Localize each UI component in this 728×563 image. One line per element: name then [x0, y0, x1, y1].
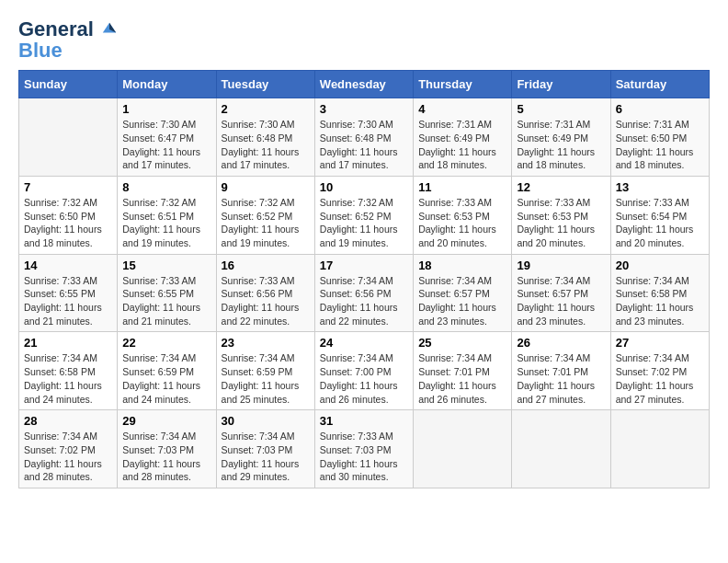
- day-number: 8: [122, 180, 210, 194]
- day-number: 12: [517, 180, 605, 194]
- day-number: 13: [616, 180, 704, 194]
- day-number: 30: [222, 414, 310, 428]
- logo-text: General: [18, 18, 118, 40]
- day-number: 4: [418, 102, 506, 116]
- day-info: Sunrise: 7:34 AMSunset: 7:03 PMDaylight:…: [222, 430, 310, 484]
- day-info: Sunrise: 7:33 AMSunset: 6:56 PMDaylight:…: [222, 274, 310, 328]
- day-cell: 5 Sunrise: 7:31 AMSunset: 6:49 PMDayligh…: [512, 98, 610, 177]
- logo: General Blue: [18, 18, 118, 61]
- day-cell: 29 Sunrise: 7:34 AMSunset: 7:03 PMDaylig…: [118, 410, 216, 488]
- day-info: Sunrise: 7:34 AMSunset: 6:58 PMDaylight:…: [616, 274, 704, 328]
- day-cell: 23 Sunrise: 7:34 AMSunset: 6:59 PMDaylig…: [216, 332, 314, 410]
- weekday-wednesday: Wednesday: [314, 71, 413, 98]
- day-number: 18: [418, 259, 506, 272]
- day-cell: [610, 410, 709, 488]
- day-number: 31: [320, 414, 408, 428]
- day-info: Sunrise: 7:31 AMSunset: 6:50 PMDaylight:…: [616, 118, 704, 172]
- day-cell: 25 Sunrise: 7:34 AMSunset: 7:01 PMDaylig…: [414, 332, 512, 410]
- day-info: Sunrise: 7:33 AMSunset: 7:03 PMDaylight:…: [320, 430, 408, 484]
- day-number: 7: [24, 180, 112, 194]
- day-info: Sunrise: 7:34 AMSunset: 6:57 PMDaylight:…: [517, 274, 605, 328]
- day-number: 15: [122, 259, 210, 272]
- week-row-5: 28 Sunrise: 7:34 AMSunset: 7:02 PMDaylig…: [19, 410, 710, 488]
- day-cell: [19, 98, 118, 177]
- calendar-body: 1 Sunrise: 7:30 AMSunset: 6:47 PMDayligh…: [19, 98, 710, 488]
- day-number: 17: [320, 259, 408, 272]
- day-info: Sunrise: 7:34 AMSunset: 6:57 PMDaylight:…: [418, 274, 506, 328]
- week-row-3: 14 Sunrise: 7:33 AMSunset: 6:55 PMDaylig…: [19, 254, 710, 332]
- weekday-thursday: Thursday: [414, 71, 512, 98]
- day-info: Sunrise: 7:34 AMSunset: 7:01 PMDaylight:…: [418, 351, 506, 406]
- day-info: Sunrise: 7:31 AMSunset: 6:49 PMDaylight:…: [418, 118, 506, 172]
- day-number: 3: [320, 102, 408, 116]
- day-number: 16: [222, 259, 310, 272]
- page-header: General Blue: [18, 18, 710, 61]
- weekday-sunday: Sunday: [19, 71, 118, 98]
- calendar-table: SundayMondayTuesdayWednesdayThursdayFrid…: [18, 70, 710, 488]
- day-cell: 24 Sunrise: 7:34 AMSunset: 7:00 PMDaylig…: [314, 332, 413, 410]
- day-cell: 6 Sunrise: 7:31 AMSunset: 6:50 PMDayligh…: [610, 98, 709, 177]
- day-info: Sunrise: 7:34 AMSunset: 6:56 PMDaylight:…: [320, 274, 408, 328]
- day-cell: [512, 410, 610, 488]
- day-info: Sunrise: 7:34 AMSunset: 6:59 PMDaylight:…: [122, 351, 210, 406]
- day-info: Sunrise: 7:33 AMSunset: 6:53 PMDaylight:…: [517, 196, 605, 250]
- day-info: Sunrise: 7:33 AMSunset: 6:55 PMDaylight:…: [24, 274, 112, 328]
- day-cell: 10 Sunrise: 7:32 AMSunset: 6:52 PMDaylig…: [314, 176, 413, 254]
- day-info: Sunrise: 7:34 AMSunset: 6:58 PMDaylight:…: [24, 351, 112, 406]
- day-number: 22: [122, 336, 210, 350]
- day-cell: 17 Sunrise: 7:34 AMSunset: 6:56 PMDaylig…: [314, 254, 413, 332]
- week-row-2: 7 Sunrise: 7:32 AMSunset: 6:50 PMDayligh…: [19, 176, 710, 254]
- day-info: Sunrise: 7:31 AMSunset: 6:49 PMDaylight:…: [517, 118, 605, 172]
- day-info: Sunrise: 7:34 AMSunset: 7:00 PMDaylight:…: [320, 351, 408, 406]
- day-info: Sunrise: 7:32 AMSunset: 6:51 PMDaylight:…: [122, 196, 210, 250]
- day-cell: 16 Sunrise: 7:33 AMSunset: 6:56 PMDaylig…: [216, 254, 314, 332]
- day-info: Sunrise: 7:30 AMSunset: 6:48 PMDaylight:…: [222, 118, 310, 172]
- day-cell: 3 Sunrise: 7:30 AMSunset: 6:48 PMDayligh…: [314, 98, 413, 177]
- day-cell: 2 Sunrise: 7:30 AMSunset: 6:48 PMDayligh…: [216, 98, 314, 177]
- day-cell: 22 Sunrise: 7:34 AMSunset: 6:59 PMDaylig…: [118, 332, 216, 410]
- week-row-4: 21 Sunrise: 7:34 AMSunset: 6:58 PMDaylig…: [19, 332, 710, 410]
- day-info: Sunrise: 7:32 AMSunset: 6:52 PMDaylight:…: [222, 196, 310, 250]
- day-number: 5: [517, 102, 605, 116]
- day-cell: 26 Sunrise: 7:34 AMSunset: 7:01 PMDaylig…: [512, 332, 610, 410]
- weekday-header-row: SundayMondayTuesdayWednesdayThursdayFrid…: [19, 71, 710, 98]
- day-cell: 14 Sunrise: 7:33 AMSunset: 6:55 PMDaylig…: [19, 254, 118, 332]
- day-number: 1: [122, 102, 210, 116]
- week-row-1: 1 Sunrise: 7:30 AMSunset: 6:47 PMDayligh…: [19, 98, 710, 177]
- weekday-monday: Monday: [118, 71, 216, 98]
- day-number: 29: [122, 414, 210, 428]
- day-info: Sunrise: 7:30 AMSunset: 6:48 PMDaylight:…: [320, 118, 408, 172]
- day-cell: 15 Sunrise: 7:33 AMSunset: 6:55 PMDaylig…: [118, 254, 216, 332]
- day-number: 28: [24, 414, 112, 428]
- day-cell: 27 Sunrise: 7:34 AMSunset: 7:02 PMDaylig…: [610, 332, 709, 410]
- day-cell: [414, 410, 512, 488]
- day-info: Sunrise: 7:34 AMSunset: 7:03 PMDaylight:…: [122, 430, 210, 484]
- day-info: Sunrise: 7:33 AMSunset: 6:53 PMDaylight:…: [418, 196, 506, 250]
- weekday-tuesday: Tuesday: [216, 71, 314, 98]
- day-cell: 13 Sunrise: 7:33 AMSunset: 6:54 PMDaylig…: [610, 176, 709, 254]
- day-info: Sunrise: 7:34 AMSunset: 7:01 PMDaylight:…: [517, 351, 605, 406]
- day-info: Sunrise: 7:34 AMSunset: 7:02 PMDaylight:…: [24, 430, 112, 484]
- day-number: 11: [418, 180, 506, 194]
- day-cell: 8 Sunrise: 7:32 AMSunset: 6:51 PMDayligh…: [118, 176, 216, 254]
- day-number: 25: [418, 336, 506, 350]
- day-number: 23: [222, 336, 310, 350]
- logo-blue: Blue: [18, 40, 118, 61]
- day-cell: 1 Sunrise: 7:30 AMSunset: 6:47 PMDayligh…: [118, 98, 216, 177]
- day-cell: 11 Sunrise: 7:33 AMSunset: 6:53 PMDaylig…: [414, 176, 512, 254]
- day-number: 20: [616, 259, 704, 272]
- day-info: Sunrise: 7:32 AMSunset: 6:50 PMDaylight:…: [24, 196, 112, 250]
- day-number: 6: [616, 102, 704, 116]
- day-cell: 12 Sunrise: 7:33 AMSunset: 6:53 PMDaylig…: [512, 176, 610, 254]
- day-cell: 30 Sunrise: 7:34 AMSunset: 7:03 PMDaylig…: [216, 410, 314, 488]
- day-number: 10: [320, 180, 408, 194]
- day-cell: 28 Sunrise: 7:34 AMSunset: 7:02 PMDaylig…: [19, 410, 118, 488]
- day-number: 26: [517, 336, 605, 350]
- day-cell: 20 Sunrise: 7:34 AMSunset: 6:58 PMDaylig…: [610, 254, 709, 332]
- day-info: Sunrise: 7:33 AMSunset: 6:54 PMDaylight:…: [616, 196, 704, 250]
- day-cell: 18 Sunrise: 7:34 AMSunset: 6:57 PMDaylig…: [414, 254, 512, 332]
- day-cell: 21 Sunrise: 7:34 AMSunset: 6:58 PMDaylig…: [19, 332, 118, 410]
- day-cell: 9 Sunrise: 7:32 AMSunset: 6:52 PMDayligh…: [216, 176, 314, 254]
- weekday-saturday: Saturday: [610, 71, 709, 98]
- day-number: 14: [24, 259, 112, 272]
